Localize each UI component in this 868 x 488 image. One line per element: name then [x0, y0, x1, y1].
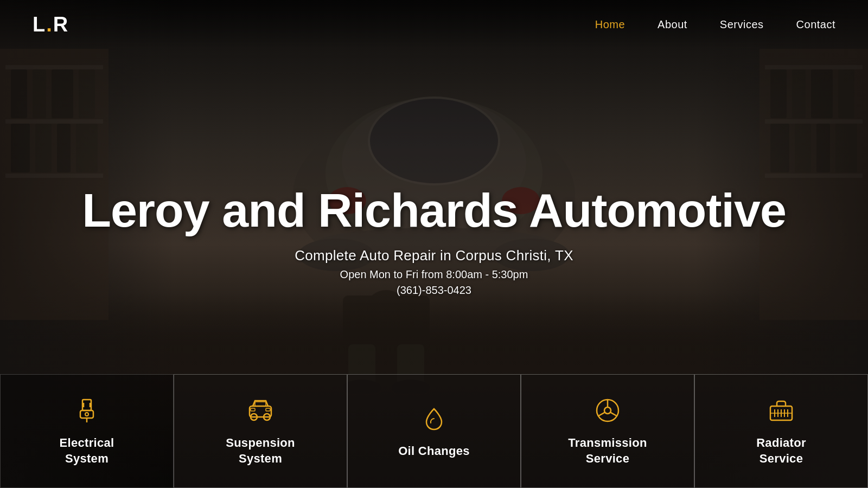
service-label-radiator: RadiatorService [756, 435, 806, 466]
svg-line-55 [598, 413, 605, 416]
svg-line-56 [610, 413, 617, 416]
hero-title: Leroy and Richards Automotive [11, 187, 857, 234]
car-icon [245, 395, 276, 426]
svg-rect-51 [266, 408, 270, 411]
svg-rect-21 [795, 124, 811, 172]
service-label-electrical: ElectricalSystem [60, 435, 114, 466]
service-item-electrical[interactable]: ElectricalSystem [0, 374, 174, 488]
svg-rect-7 [79, 69, 95, 118]
nav-link-home[interactable]: Home [595, 18, 625, 30]
svg-rect-14 [765, 119, 863, 124]
steering-icon [592, 395, 623, 426]
nav-item-contact[interactable]: Contact [796, 18, 835, 31]
svg-rect-3 [5, 174, 103, 178]
service-item-oil[interactable]: Oil Changes [347, 374, 521, 488]
svg-rect-4 [11, 69, 27, 118]
svg-rect-41 [80, 410, 93, 418]
service-item-suspension[interactable]: SuspensionSystem [174, 374, 347, 488]
svg-rect-22 [816, 124, 830, 172]
services-bar: ElectricalSystem SuspensionSystem [0, 374, 868, 488]
nav-item-services[interactable]: Services [720, 18, 764, 31]
svg-rect-11 [76, 124, 98, 172]
logo-text-l: L [33, 13, 46, 36]
logo-text-r: R [53, 13, 69, 36]
svg-rect-20 [770, 124, 789, 172]
nav-links: Home About Services Contact [595, 18, 835, 31]
logo[interactable]: L.R [33, 13, 69, 36]
hero-phone: (361)-853-0423 [11, 284, 857, 297]
svg-rect-15 [765, 174, 863, 178]
service-label-transmission: TransmissionService [568, 435, 647, 466]
service-item-transmission[interactable]: TransmissionService [521, 374, 694, 488]
svg-rect-13 [765, 65, 863, 69]
logo-dot: . [46, 13, 53, 36]
svg-point-53 [604, 407, 611, 414]
hero-subtitle: Complete Auto Repair in Corpus Christi, … [11, 247, 857, 264]
svg-rect-5 [33, 69, 46, 118]
hero-content: Leroy and Richards Automotive Complete A… [0, 187, 868, 297]
svg-point-45 [85, 413, 88, 416]
hero-hours: Open Mon to Fri from 8:00am - 5:30pm [11, 268, 857, 281]
svg-rect-16 [770, 69, 787, 118]
svg-rect-19 [838, 69, 854, 118]
nav-link-contact[interactable]: Contact [796, 18, 835, 30]
nav-link-services[interactable]: Services [720, 18, 764, 30]
svg-rect-6 [52, 69, 73, 118]
svg-rect-2 [5, 119, 103, 124]
svg-rect-9 [35, 124, 52, 172]
svg-rect-10 [57, 124, 71, 172]
svg-rect-17 [792, 69, 806, 118]
svg-rect-23 [835, 124, 857, 172]
service-label-oil: Oil Changes [398, 444, 470, 459]
svg-rect-50 [251, 408, 255, 411]
oil-icon [419, 403, 449, 434]
radiator-icon [766, 395, 796, 426]
navigation: L.R Home About Services Contact [0, 0, 868, 49]
svg-rect-1 [5, 65, 103, 69]
nav-item-about[interactable]: About [658, 18, 687, 31]
service-item-radiator[interactable]: RadiatorService [694, 374, 868, 488]
plug-icon [72, 395, 102, 426]
svg-rect-8 [11, 124, 30, 172]
nav-item-home[interactable]: Home [595, 18, 625, 31]
nav-link-about[interactable]: About [658, 18, 687, 30]
svg-rect-18 [811, 69, 833, 118]
svg-rect-46 [250, 406, 271, 417]
svg-point-27 [369, 98, 499, 184]
service-label-suspension: SuspensionSystem [226, 435, 295, 466]
